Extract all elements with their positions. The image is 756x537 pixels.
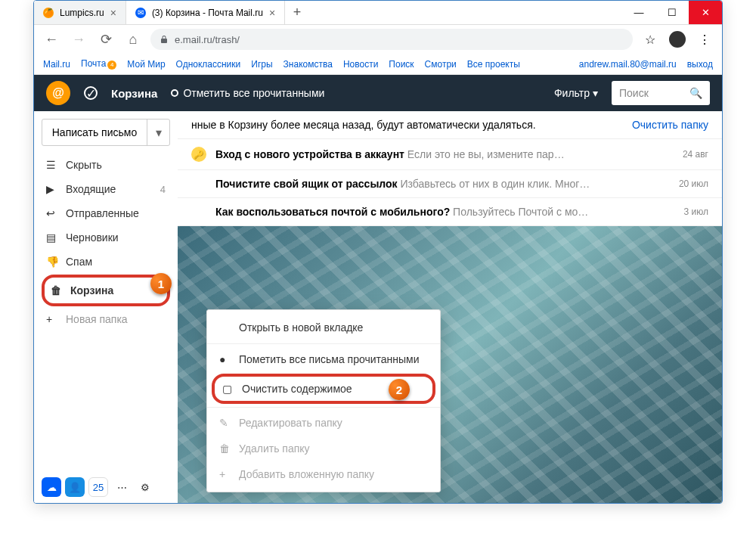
settings-button[interactable]: ⚙ — [135, 477, 155, 497]
titlebar: 🍊 Lumpics.ru × ✉ (3) Корзина - Почта Mai… — [34, 1, 722, 25]
lock-icon — [160, 35, 169, 44]
highlight-marker-2: ▢Очистить содержимое 2 — [212, 374, 435, 404]
thumb-down-icon: 👎 — [46, 256, 58, 268]
back-button[interactable]: ← — [42, 29, 61, 49]
sidebar: Написать письмо ▾ ☰Скрыть ▶Входящие4 ↩От… — [34, 111, 178, 503]
contacts-button[interactable]: 👤 — [65, 477, 85, 497]
mail-badge: 4 — [107, 61, 116, 70]
new-tab-button[interactable]: + — [285, 1, 309, 24]
browser-tab-inactive[interactable]: 🍊 Lumpics.ru × — [34, 1, 126, 24]
mail-toolbar: @ ✓ Корзина Отметить все прочитанными Фи… — [34, 75, 722, 111]
window-controls: — ☐ ✕ — [622, 1, 722, 24]
message-date: 24 авг — [683, 149, 708, 160]
sidebar-drafts[interactable]: ▤Черновики — [42, 226, 170, 249]
close-icon[interactable]: × — [269, 7, 275, 19]
ctx-edit-folder[interactable]: ✎Редактировать папку — [207, 407, 440, 436]
search-icon: 🔍 — [689, 87, 702, 99]
nav-link[interactable]: Все проекты — [467, 59, 520, 70]
compose-label: Написать письмо — [42, 120, 147, 145]
sidebar-sent[interactable]: ↩Отправленные — [42, 202, 170, 225]
url-text: e.mail.ru/trash/ — [175, 34, 240, 45]
home-button[interactable]: ⌂ — [123, 29, 143, 49]
inbox-count: 4 — [160, 184, 166, 195]
more-button[interactable]: ⋯ — [112, 477, 132, 497]
sidebar-inbox[interactable]: ▶Входящие4 — [42, 178, 170, 200]
profile-avatar[interactable] — [668, 29, 687, 49]
sidebar-spam[interactable]: 👎Спам — [42, 250, 170, 273]
sidebar-bottombar: ☁ 👤 25 ⋯ ⚙ — [42, 477, 155, 497]
ctx-mark-read[interactable]: ●Пометить все письма прочитанными — [207, 343, 440, 372]
context-menu: Открыть в новой вкладке ●Пометить все пи… — [206, 309, 441, 492]
plus-icon: + — [219, 468, 231, 480]
dot-icon: ● — [219, 353, 231, 365]
browser-tab-active[interactable]: ✉ (3) Корзина - Почта Mail.ru × — [126, 1, 285, 24]
banner-text: нные в Корзину более месяца назад, будут… — [191, 119, 536, 131]
nav-link[interactable]: Знакомства — [284, 59, 333, 70]
compose-dropdown[interactable]: ▾ — [147, 120, 169, 145]
trash-icon: 🗑 — [51, 284, 63, 296]
mailru-logo-icon[interactable]: @ — [46, 81, 70, 105]
callout-number-1: 1 — [150, 273, 172, 294]
close-icon[interactable]: × — [110, 7, 116, 19]
search-placeholder: Поиск — [619, 87, 649, 99]
minimize-button[interactable]: — — [622, 1, 655, 24]
nav-link[interactable]: Игры — [251, 59, 272, 70]
nav-link[interactable]: Одноклассники — [176, 59, 241, 70]
plus-icon: + — [46, 313, 58, 325]
message-icon: 🔑 — [191, 147, 208, 162]
ctx-add-subfolder[interactable]: +Добавить вложенную папку — [207, 461, 440, 487]
tab-title: Lumpics.ru — [60, 8, 104, 18]
address-bar: ← → ⟳ ⌂ e.mail.ru/trash/ ☆ ⋮ — [34, 25, 722, 54]
sidebar-new-folder[interactable]: +Новая папка — [42, 308, 170, 331]
user-email[interactable]: andrew.mail.80@mail.ru — [579, 59, 677, 70]
mark-all-read-button[interactable]: Отметить все прочитанными — [171, 87, 324, 99]
edit-icon: ✎ — [219, 417, 231, 429]
browser-menu-icon[interactable]: ⋮ — [695, 29, 714, 49]
select-all-checkbox[interactable]: ✓ — [84, 86, 98, 100]
forward-button[interactable]: → — [69, 29, 88, 49]
cloud-button[interactable]: ☁ — [42, 477, 61, 497]
url-field[interactable]: e.mail.ru/trash/ — [150, 29, 633, 50]
reply-icon: ↩ — [46, 207, 58, 219]
nav-link[interactable]: Поиск — [389, 59, 414, 70]
key-icon: 🔑 — [191, 147, 206, 162]
filter-button[interactable]: Фильтр ▾ — [554, 87, 598, 99]
favicon: 🍊 — [43, 8, 54, 18]
bookmark-star-icon[interactable]: ☆ — [640, 29, 660, 49]
tab-title: (3) Корзина - Почта Mail.ru — [152, 8, 263, 18]
callout-number-2: 2 — [389, 379, 410, 400]
message-row[interactable]: 🔑 Вход с нового устройства в аккаунт Есл… — [178, 139, 722, 170]
clear-folder-link[interactable]: Очистить папку — [632, 119, 708, 131]
sidebar-hide[interactable]: ☰Скрыть — [42, 154, 170, 176]
folder-icon: ▢ — [222, 383, 234, 395]
play-icon: ▶ — [46, 183, 58, 195]
nav-link[interactable]: Mail.ru — [43, 59, 70, 70]
favicon: ✉ — [135, 8, 146, 18]
info-banner: нные в Корзину более месяца назад, будут… — [178, 111, 722, 139]
ctx-delete-folder[interactable]: 🗑Удалить папку — [207, 436, 440, 461]
document-icon: ▤ — [46, 231, 58, 244]
close-window-button[interactable]: ✕ — [689, 1, 722, 24]
nav-link[interactable]: Почта4 — [81, 58, 116, 70]
highlight-marker-1: 🗑Корзина 1 — [42, 275, 170, 306]
message-row[interactable]: Как воспользоваться почтой с мобильного?… — [178, 198, 722, 226]
message-date: 20 июл — [679, 178, 708, 189]
compose-button[interactable]: Написать письмо ▾ — [42, 119, 170, 146]
nav-link[interactable]: Смотри — [425, 59, 457, 70]
nav-link[interactable]: Мой Мир — [127, 59, 165, 70]
ctx-open-new-tab[interactable]: Открыть в новой вкладке — [207, 315, 440, 340]
search-input[interactable]: Поиск 🔍 — [612, 81, 710, 105]
current-folder-title: Корзина — [111, 87, 157, 100]
calendar-button[interactable]: 25 — [88, 477, 108, 497]
maximize-button[interactable]: ☐ — [655, 1, 689, 24]
nav-link[interactable]: Новости — [343, 59, 378, 70]
mailru-topnav: Mail.ru Почта4 Мой Мир Одноклассники Игр… — [34, 54, 722, 75]
menu-icon: ☰ — [46, 159, 58, 171]
sidebar-trash[interactable]: 🗑Корзина — [46, 279, 166, 302]
browser-window: 🍊 Lumpics.ru × ✉ (3) Корзина - Почта Mai… — [33, 0, 723, 504]
logout-link[interactable]: выход — [687, 59, 713, 70]
reload-button[interactable]: ⟳ — [96, 29, 116, 49]
message-row[interactable]: Почистите свой ящик от рассылок Избавьте… — [178, 170, 722, 198]
trash-icon: 🗑 — [219, 442, 231, 455]
message-date: 3 июл — [684, 206, 708, 217]
